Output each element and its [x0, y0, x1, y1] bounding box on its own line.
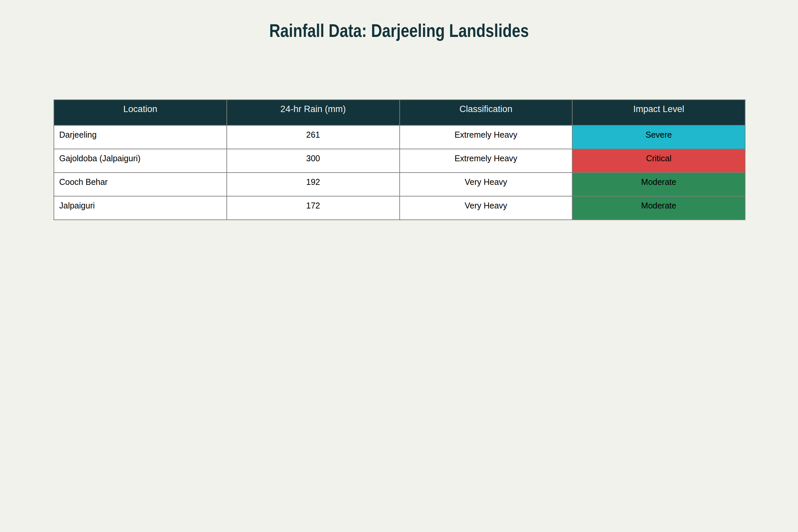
figure-canvas: Rainfall Data: Darjeeling Landslides Loc…	[0, 0, 798, 532]
table-row: Darjeeling 261 Extremely Heavy Severe	[54, 125, 745, 149]
column-header-classification: Classification	[400, 100, 573, 125]
table-header: Location 24-hr Rain (mm) Classification …	[54, 100, 745, 125]
table-row: Jalpaiguri 172 Very Heavy Moderate	[54, 196, 745, 220]
cell-impact-level: Critical	[572, 149, 745, 173]
column-header-impact-level: Impact Level	[572, 100, 745, 125]
cell-location: Darjeeling	[54, 125, 227, 149]
table-row: Cooch Behar 192 Very Heavy Moderate	[54, 173, 745, 196]
cell-classification: Extremely Heavy	[400, 149, 573, 173]
cell-rain: 300	[227, 149, 400, 173]
cell-impact-level: Moderate	[572, 173, 745, 196]
cell-classification: Very Heavy	[400, 196, 573, 220]
table-row: Gajoldoba (Jalpaiguri) 300 Extremely Hea…	[54, 149, 745, 173]
column-header-rain: 24-hr Rain (mm)	[227, 100, 400, 125]
rainfall-table: Location 24-hr Rain (mm) Classification …	[54, 99, 745, 220]
cell-classification: Very Heavy	[400, 173, 573, 196]
cell-rain: 172	[227, 196, 400, 220]
cell-location: Cooch Behar	[54, 173, 227, 196]
page-title: Rainfall Data: Darjeeling Landslides	[269, 19, 529, 41]
cell-impact-level: Moderate	[572, 196, 745, 220]
cell-location: Gajoldoba (Jalpaiguri)	[54, 149, 227, 173]
cell-classification: Extremely Heavy	[400, 125, 573, 149]
cell-rain: 192	[227, 173, 400, 196]
table-header-row: Location 24-hr Rain (mm) Classification …	[54, 100, 745, 125]
column-header-location: Location	[54, 100, 227, 125]
title-container: Rainfall Data: Darjeeling Landslides	[0, 0, 798, 41]
cell-impact-level: Severe	[572, 125, 745, 149]
cell-rain: 261	[227, 125, 400, 149]
cell-location: Jalpaiguri	[54, 196, 227, 220]
table-body: Darjeeling 261 Extremely Heavy Severe Ga…	[54, 125, 745, 220]
